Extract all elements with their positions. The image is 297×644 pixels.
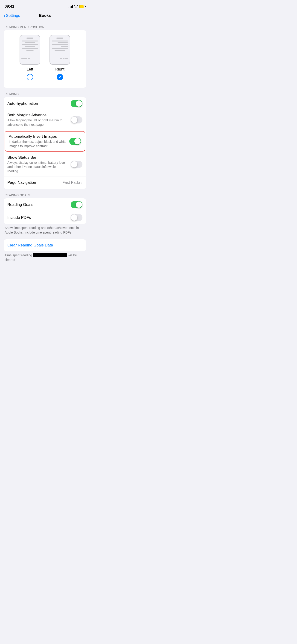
- status-bar: 09:41: [0, 0, 90, 12]
- signal-icon: [68, 5, 73, 8]
- phone-buttons-right: [60, 58, 68, 59]
- battery-icon: [79, 5, 85, 8]
- wifi-icon: [74, 4, 78, 8]
- back-button[interactable]: ‹ Settings: [4, 13, 20, 18]
- status-bar-row: Show Status Bar Always display current t…: [4, 152, 86, 177]
- both-margins-subtitle: Allow tapping the left or right margin t…: [7, 118, 68, 127]
- phone-buttons-left: [22, 58, 30, 59]
- status-bar-toggle[interactable]: [71, 161, 82, 168]
- menu-position-card: Left Right: [4, 30, 86, 88]
- invert-images-toggle[interactable]: [69, 138, 81, 145]
- both-margins-toggle[interactable]: [71, 116, 82, 124]
- both-margins-title: Both Margins Advance: [7, 113, 68, 118]
- reading-goals-section-label: READING GOALS: [0, 189, 90, 198]
- reading-goals-row: Reading Goals: [4, 198, 86, 211]
- back-label: Settings: [6, 13, 20, 18]
- include-pdfs-row: Include PDFs: [4, 211, 86, 224]
- reading-menu-position-label: READING MENU POSITION: [0, 21, 90, 30]
- redacted-text: [33, 253, 67, 257]
- reading-settings-card: Auto-hyphenation Both Margins Advance Al…: [4, 97, 86, 189]
- page-navigation-value: Fast Fade: [62, 180, 80, 185]
- page-title: Books: [39, 13, 51, 18]
- menu-option-left: Left: [20, 35, 40, 80]
- status-time: 09:41: [4, 4, 14, 9]
- clear-data-card: Clear Reading Goals Data: [4, 239, 86, 251]
- clear-reading-goals-label: Clear Reading Goals Data: [7, 243, 53, 248]
- right-radio[interactable]: [57, 74, 63, 80]
- status-bar-subtitle: Always display current time, battery lev…: [7, 160, 68, 174]
- invert-images-highlight: Automatically Invert Images In darker th…: [4, 131, 85, 152]
- left-radio[interactable]: [27, 74, 33, 80]
- right-label: Right: [55, 67, 64, 72]
- include-pdfs-toggle[interactable]: [71, 214, 82, 221]
- reading-section-label: READING: [0, 88, 90, 97]
- status-bar-title: Show Status Bar: [7, 155, 68, 160]
- auto-hyphenation-title: Auto-hyphenation: [7, 101, 68, 106]
- both-margins-row: Both Margins Advance Allow tapping the l…: [4, 110, 86, 130]
- reading-goals-footer: Show time spent reading and other achiev…: [0, 224, 90, 239]
- nav-bar: ‹ Settings Books: [0, 12, 90, 21]
- menu-options: Left Right: [7, 35, 82, 80]
- status-icons: [68, 4, 85, 8]
- invert-images-subtitle: In darker themes, adjust black and white…: [9, 140, 66, 148]
- back-chevron-icon: ‹: [4, 13, 5, 18]
- menu-option-right: Right: [50, 35, 70, 80]
- clear-reading-goals-row[interactable]: Clear Reading Goals Data: [4, 239, 86, 251]
- phone-mockup-right: [50, 35, 70, 65]
- page-navigation-title: Page Navigation: [7, 180, 60, 185]
- phone-notch-left: [26, 38, 34, 39]
- include-pdfs-title: Include PDFs: [7, 215, 68, 220]
- phone-mockup-left: [20, 35, 40, 65]
- left-label: Left: [27, 67, 33, 72]
- auto-hyphenation-row: Auto-hyphenation: [4, 97, 86, 110]
- clear-data-footer: Time spent reading will be cleared: [0, 251, 90, 267]
- reading-goals-toggle[interactable]: [71, 201, 82, 208]
- reading-goals-card: Reading Goals Include PDFs: [4, 198, 86, 224]
- reading-goals-title: Reading Goals: [7, 202, 68, 207]
- invert-images-row: Automatically Invert Images In darker th…: [5, 132, 85, 151]
- page-navigation-row[interactable]: Page Navigation Fast Fade ›: [4, 176, 86, 189]
- auto-hyphenation-toggle[interactable]: [71, 100, 82, 107]
- invert-images-title: Automatically Invert Images: [9, 134, 66, 139]
- page-navigation-chevron: ›: [81, 181, 82, 184]
- phone-notch-right: [56, 38, 63, 39]
